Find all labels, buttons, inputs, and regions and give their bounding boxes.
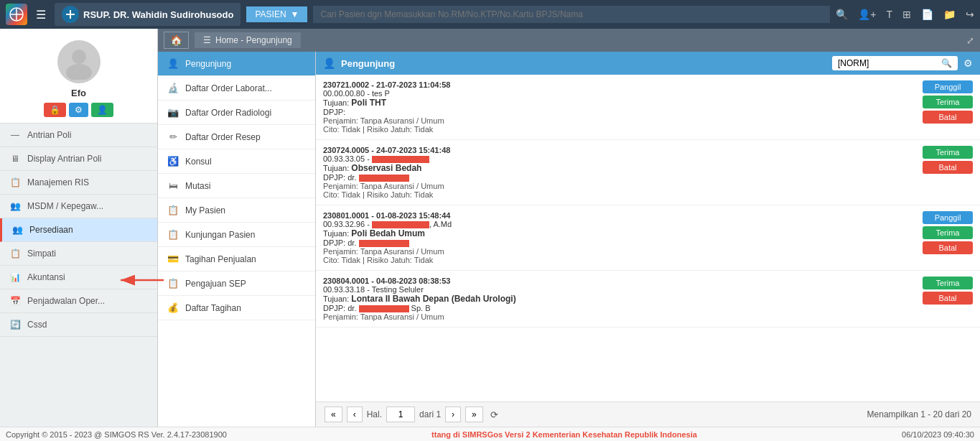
batal-button-3[interactable]: Batal [923, 241, 973, 254]
menu-order-laborat[interactable]: 🔬 Daftar Order Laborat... [158, 76, 315, 101]
record-buttons-3: Panggil Terima Batal [923, 211, 973, 254]
home-bar: 🏠 ☰ Home - Pengunjung ⤢ [158, 29, 980, 52]
sidebar-item-display-antrian[interactable]: 🖥 Display Antrian Poli [0, 147, 157, 171]
panel-search-input[interactable] [838, 58, 938, 68]
menu-my-pasien[interactable]: 📋 My Pasien [158, 198, 315, 223]
maximize-button[interactable]: ⤢ [966, 35, 974, 46]
record-info-4: 230804.0001 - 04-08-2023 08:38:53 00.93.… [323, 277, 917, 321]
terima-button-1[interactable]: Terima [923, 96, 973, 108]
document-icon[interactable]: 📄 [921, 9, 933, 20]
menu-mutasi[interactable]: 🛏 Mutasi [158, 174, 315, 198]
menu-daftar-tagihan[interactable]: 💰 Daftar Tagihan [158, 296, 315, 320]
pagination-next[interactable]: › [445, 407, 461, 422]
record-buttons-2: Terima Batal [923, 146, 973, 174]
pagination-hal-label: Hal. [367, 409, 382, 419]
panggil-button-3[interactable]: Panggil [923, 211, 973, 224]
grid-icon[interactable]: ⊞ [902, 9, 911, 20]
record-info-1: 230721.0002 - 21-07-2023 11:04:58 00.00.… [323, 80, 917, 134]
record-item-2: 230724.0005 - 24-07-2023 15:41:48 00.93.… [316, 140, 980, 205]
user-action-button[interactable]: 👤 [91, 103, 113, 117]
user-avatar [57, 40, 101, 83]
text-icon[interactable]: T [886, 9, 892, 20]
pagination-page-input[interactable] [386, 407, 415, 422]
sidebar-item-antrian-poli[interactable]: — Antrian Poli [0, 124, 157, 147]
sidebar-label-antrian-poli: Antrian Poli [27, 130, 71, 140]
panggil-button-1[interactable]: Panggil [923, 80, 973, 93]
folder-icon[interactable]: 📁 [943, 9, 956, 20]
cssd-icon: 🔄 [9, 320, 22, 330]
menu-konsul[interactable]: ♿ Konsul [158, 149, 315, 174]
panel-search-box: 🔍 [832, 56, 958, 70]
sidebar-item-persediaan[interactable]: 👥 Persediaan [0, 218, 157, 242]
sidebar-item-penjadwalan[interactable]: 📅 Penjadwalan Oper... [0, 289, 157, 313]
pagination-refresh[interactable]: ⟳ [490, 409, 498, 420]
record-buttons-4: Terima Batal [923, 277, 973, 305]
breadcrumb-path: Home - Pengunjung [215, 35, 292, 45]
konsul-menu-icon: ♿ [167, 156, 179, 167]
record-cito-3: Cito: Tidak | Risiko Jatuh: Tidak [323, 256, 917, 264]
menu-pengunjung[interactable]: 👤 Pengunjung [158, 52, 315, 76]
record-cito-1: Cito: Tidak | Risiko Jatuh: Tidak [323, 125, 917, 134]
hamburger-menu[interactable]: ☰ [33, 5, 49, 24]
left-sidebar: Efo 🔒 ⚙ 👤 — Antrian Poli 🖥 Display Antri… [0, 29, 158, 427]
batal-button-1[interactable]: Batal [923, 111, 973, 124]
sidebar-item-manajemen-ris[interactable]: 📋 Manajemen RIS [0, 171, 157, 195]
batal-button-4[interactable]: Batal [923, 292, 973, 305]
sidebar-item-cssd[interactable]: 🔄 Cssd [0, 313, 157, 337]
settings-button[interactable]: ⚙ [69, 103, 88, 117]
menu-kunjungan-pasien[interactable]: 📋 Kunjungan Pasien [158, 223, 315, 247]
svg-point-2 [72, 50, 86, 64]
pasien-tab[interactable]: PASIEN ▼ [246, 6, 307, 22]
menu-pengajuan-sep[interactable]: 📋 Pengajuan SEP [158, 271, 315, 296]
content-area: 🏠 ☰ Home - Pengunjung ⤢ 👤 Pengunjung 🔬 D… [158, 29, 980, 427]
terima-button-3[interactable]: Terima [923, 226, 973, 239]
add-user-icon[interactable]: 👤+ [858, 9, 876, 20]
pagination-info: Menampilkan 1 - 20 dari 20 [867, 409, 971, 419]
record-name-2: 00.93.33.05 - [323, 154, 917, 163]
msdm-icon: 👥 [9, 201, 22, 211]
batal-button-2[interactable]: Batal [923, 161, 973, 174]
sidebar-item-akuntansi[interactable]: 📊 Akuntansi [0, 266, 157, 289]
pagination-prev[interactable]: ‹ [347, 407, 363, 422]
record-dest-1: Tujuan: Poli THT [323, 98, 917, 108]
sidebar-label-akuntansi: Akuntansi [27, 272, 65, 282]
mypasien-menu-icon: 📋 [167, 205, 179, 215]
pagination-last[interactable]: » [465, 407, 483, 422]
menu-pengunjung-label: Pengunjung [185, 59, 231, 69]
svg-point-3 [66, 64, 92, 80]
panel-header: 👤 Pengunjung 🔍 ⚙ [316, 52, 980, 75]
sidebar-item-msdm[interactable]: 👥 MSDM / Kepegaw... [0, 195, 157, 218]
monitor-icon: — [9, 130, 22, 140]
menu-tagihan-penjualan[interactable]: 💳 Tagihan Penjualan [158, 247, 315, 271]
panel-search-icon[interactable]: 🔍 [941, 58, 952, 68]
menu-order-resep[interactable]: ✏ Daftar Order Resep [158, 125, 315, 149]
record-item-4: 230804.0001 - 04-08-2023 08:38:53 00.93.… [316, 271, 980, 328]
record-id-4: 230804.0001 - 04-08-2023 08:38:53 [323, 277, 917, 285]
patient-search-input[interactable] [313, 6, 830, 23]
breadcrumb-icon: ☰ [203, 35, 211, 45]
menu-dtagihan-label: Daftar Tagihan [185, 303, 241, 313]
search-nav-icon[interactable]: 🔍 [836, 9, 848, 20]
record-dpjp-4: DPJP: dr. Sp. B [323, 304, 917, 312]
lock-button[interactable]: 🔒 [44, 103, 66, 117]
record-penjamin-4: Penjamin: Tanpa Asuransi / Umum [323, 312, 917, 321]
menu-mutasi-label: Mutasi [185, 181, 210, 191]
pagination-first[interactable]: « [325, 407, 342, 422]
sidebar-label-manajemen-ris: Manajemen RIS [27, 177, 89, 187]
menu-order-radiologi[interactable]: 📷 Daftar Order Radiologi [158, 101, 315, 125]
sidebar-item-simpati[interactable]: 📋 Simpati [0, 242, 157, 266]
sidebar-label-display-antrian: Display Antrian Poli [27, 154, 101, 164]
panel-settings-icon[interactable]: ⚙ [963, 57, 973, 69]
panel-header-title: Pengunjung [341, 58, 826, 69]
sidebar-label-simpati: Simpati [27, 249, 56, 259]
simpati-icon: 📋 [9, 249, 22, 259]
terima-button-2[interactable]: Terima [923, 146, 973, 159]
record-name-3: 00.93.32.96 - , A.Md [323, 220, 917, 228]
sidebar-label-persediaan: Persediaan [29, 225, 73, 235]
right-panel: 👤 Pengunjung 🔍 ⚙ 230721.0002 - 21-07-202… [316, 52, 980, 427]
logout-icon[interactable]: ↪ [966, 9, 974, 20]
menu-radiologi-label: Daftar Order Radiologi [185, 108, 271, 118]
home-button[interactable]: 🏠 [164, 32, 189, 49]
terima-button-4[interactable]: Terima [923, 277, 973, 289]
middle-panel: 👤 Pengunjung 🔬 Daftar Order Laborat... 📷… [158, 52, 980, 427]
